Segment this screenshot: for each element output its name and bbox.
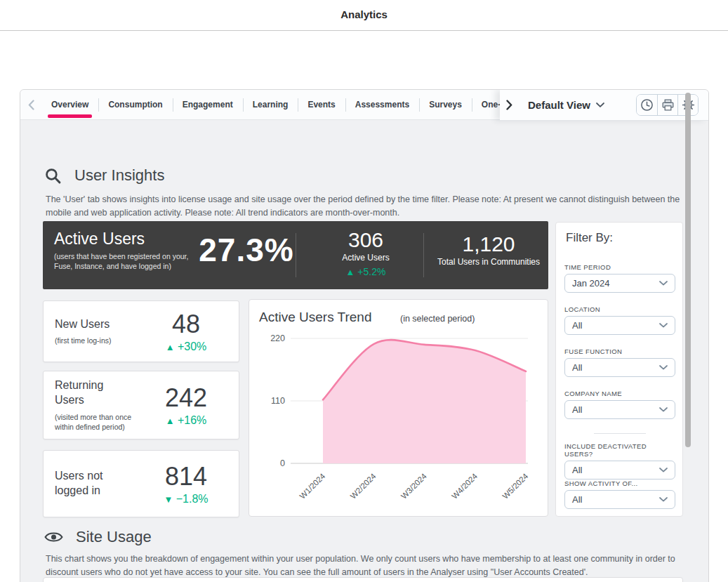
- view-selector-label: Default View: [528, 99, 590, 111]
- new-users-card: New Users (first time log-ins) 48 ▲ +30%: [43, 300, 239, 362]
- site-usage-card: [43, 577, 683, 582]
- chevron-down-icon: [659, 281, 668, 286]
- tab-bar: Overview Consumption Engagement Learning…: [20, 90, 708, 120]
- svg-text:220: 220: [270, 333, 285, 343]
- history-button[interactable]: [637, 95, 657, 115]
- filter-location: LOCATION All: [564, 305, 675, 335]
- metric-title: Users not logged in: [55, 469, 119, 498]
- tab-learning[interactable]: Learning: [243, 90, 298, 120]
- metric-value: 814: [145, 462, 227, 491]
- filter-label: COMPANY NAME: [564, 390, 675, 397]
- active-users-value: 306: [313, 228, 418, 252]
- filter-label: TIME PERIOD: [564, 263, 675, 271]
- tab-events[interactable]: Events: [298, 90, 345, 120]
- filter-company-name: COMPANY NAME All: [564, 390, 675, 419]
- chart-title: Active Users Trend: [259, 310, 372, 325]
- chevron-down-icon: [659, 468, 668, 472]
- chevron-down-icon: [659, 323, 668, 328]
- app-header: Analytics: [0, 0, 728, 31]
- show-activity-select[interactable]: All: [564, 490, 675, 509]
- metric-value: 48: [145, 310, 227, 339]
- trend-down-icon: ▼: [164, 494, 173, 505]
- view-panel: Default View: [500, 90, 708, 121]
- clock-icon: [640, 98, 654, 112]
- active-users-trend-chart: 0110220W1/2024W2/2024W3/2024W4/2024W5/20…: [249, 299, 548, 517]
- eye-icon: [44, 531, 63, 543]
- svg-text:W5/2024: W5/2024: [501, 472, 529, 501]
- active-users-label: Active Users: [313, 253, 418, 263]
- filter-panel-title: Filter By:: [566, 231, 613, 245]
- filter-fuse-function: FUSE FUNCTION All: [564, 348, 675, 377]
- user-insights-description: The 'User' tab shows insights into licen…: [46, 193, 681, 220]
- svg-text:0: 0: [280, 458, 285, 468]
- metric-trend-badge: ▼ −1.8%: [145, 493, 227, 505]
- page-title: Analytics: [0, 8, 728, 20]
- chevron-down-icon: [659, 407, 668, 412]
- view-selector-dropdown[interactable]: Default View: [528, 99, 604, 111]
- active-users-percentage: 27.3%: [194, 231, 299, 269]
- search-icon: [44, 167, 62, 185]
- filter-divider: [594, 433, 646, 434]
- metric-trend-badge: ▲ +30%: [145, 340, 227, 353]
- tab-overview[interactable]: Overview: [41, 90, 98, 120]
- banner-subtitle: (users that have been registered on your…: [54, 252, 191, 271]
- metric-trend-badge: ▲ +16%: [145, 414, 227, 427]
- filter-show-activity: SHOW ACTIVITY OF... All: [564, 480, 675, 509]
- filter-time-period: TIME PERIOD Jan 2024: [564, 263, 675, 293]
- chevron-left-icon: [28, 100, 34, 110]
- filter-label: FUSE FUNCTION: [564, 348, 675, 355]
- returning-users-card: Returning Users (visited more than once …: [43, 371, 239, 439]
- trend-up-icon: ▲: [166, 342, 175, 352]
- tab-list: Overview Consumption Engagement Learning…: [41, 90, 574, 120]
- printer-icon: [661, 98, 675, 112]
- metric-subtitle: (visited more than once within defined p…: [55, 412, 145, 432]
- active-users-banner: Active Users (users that have been regis…: [43, 221, 548, 289]
- metric-title: Returning Users: [55, 378, 119, 408]
- site-usage-description: This chart shows you the breakdown of en…: [46, 553, 677, 579]
- filter-label: LOCATION: [564, 305, 675, 313]
- chevron-right-icon: [506, 100, 512, 110]
- user-insights-heading: User Insights: [44, 166, 164, 185]
- filter-include-deactivated: INCLUDE DEACTIVATED USERS? All: [564, 442, 675, 480]
- site-usage-title: Site Usage: [76, 528, 152, 546]
- filter-label: INCLUDE DEACTIVATED USERS?: [564, 442, 675, 458]
- print-button[interactable]: [657, 95, 677, 115]
- fuse-function-select[interactable]: All: [564, 358, 675, 377]
- vertical-scrollbar-thumb[interactable]: [685, 93, 691, 447]
- tabs-scroll-left-button[interactable]: [20, 90, 41, 120]
- area-chart: 0110220W1/2024W2/2024W3/2024W4/2024W5/20…: [249, 300, 549, 517]
- metric-title: New Users: [55, 317, 145, 332]
- tab-consumption[interactable]: Consumption: [98, 90, 172, 120]
- metric-value: 242: [145, 383, 227, 413]
- filter-label: SHOW ACTIVITY OF...: [564, 480, 675, 487]
- tab-assessments[interactable]: Assessments: [345, 90, 419, 120]
- tab-engagement[interactable]: Engagement: [173, 90, 243, 120]
- svg-text:W1/2024: W1/2024: [298, 472, 326, 501]
- company-name-select[interactable]: All: [564, 400, 675, 419]
- banner-divider: [423, 233, 424, 277]
- metric-subtitle: (first time log-ins): [55, 336, 145, 345]
- banner-title: Active Users: [54, 230, 191, 249]
- chevron-down-icon: [659, 365, 668, 370]
- svg-text:W4/2024: W4/2024: [450, 472, 479, 501]
- users-not-logged-in-card: Users not logged in 814 ▼ −1.8%: [43, 450, 239, 517]
- chevron-down-icon: [596, 102, 604, 107]
- time-period-select[interactable]: Jan 2024: [564, 274, 675, 293]
- svg-text:110: 110: [271, 396, 285, 406]
- trend-up-icon: ▲: [166, 416, 175, 426]
- location-select[interactable]: All: [564, 316, 675, 335]
- site-usage-heading: Site Usage: [44, 528, 152, 546]
- total-users-value: 1,120: [429, 232, 548, 256]
- include-deactivated-select[interactable]: All: [564, 461, 675, 480]
- trend-up-icon: ▲: [346, 267, 355, 277]
- dashboard-card: Overview Consumption Engagement Learning…: [20, 89, 709, 582]
- tabs-scroll-right-button[interactable]: [500, 100, 518, 110]
- active-users-trend-badge: ▲ +5.2%: [313, 266, 418, 277]
- filter-panel: Filter By: TIME PERIOD Jan 2024 LOCATION…: [555, 222, 683, 517]
- tab-surveys[interactable]: Surveys: [419, 90, 472, 120]
- active-users-stat: 306 Active Users ▲ +5.2%: [313, 228, 418, 277]
- user-insights-title: User Insights: [74, 166, 164, 185]
- chart-subtitle: (in selected period): [400, 314, 475, 324]
- svg-text:W2/2024: W2/2024: [349, 472, 378, 501]
- total-users-stat: 1,120 Total Users in Communities: [429, 232, 548, 267]
